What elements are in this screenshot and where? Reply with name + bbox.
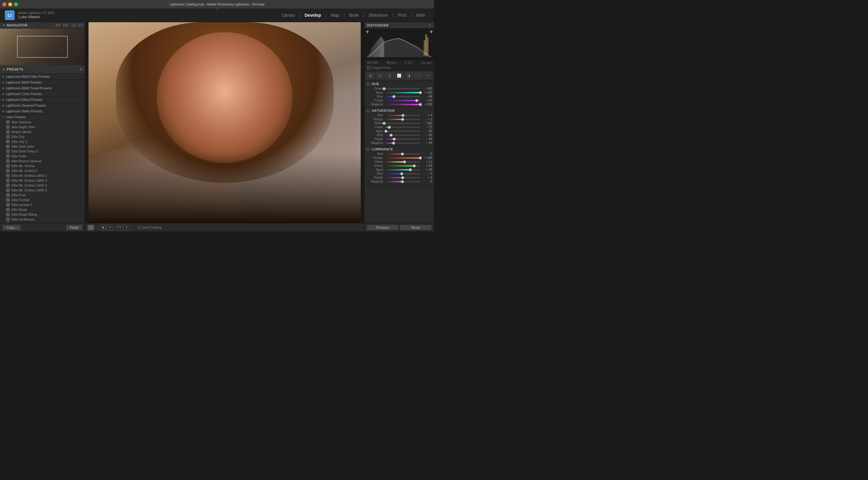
sat-magenta-track[interactable] bbox=[384, 142, 420, 144]
list-item[interactable]: ellie flowers closeup bbox=[0, 159, 85, 164]
crop-overlay-icon[interactable]: ▣ bbox=[99, 225, 106, 230]
list-item[interactable]: Ellie sunflowers bbox=[0, 217, 85, 222]
lum-red-track[interactable] bbox=[384, 153, 420, 155]
list-item[interactable]: Alan Night Time bbox=[0, 125, 85, 129]
zoom-13[interactable]: 1:3 bbox=[78, 24, 83, 27]
grid-tool-icon[interactable]: ⊞ bbox=[366, 72, 375, 79]
list-item[interactable]: Ellie Mt. Gretna bbox=[0, 164, 85, 168]
list-item[interactable]: Ellie Mt. Gretna LAKE 4 bbox=[0, 183, 85, 188]
redeye-icon[interactable]: ⬜ bbox=[395, 72, 403, 79]
preset-group-bwfilter-header[interactable]: ▶ Lightroom B&W Filter Presets bbox=[0, 74, 85, 79]
previous-button[interactable]: Previous bbox=[367, 225, 399, 230]
list-item[interactable]: Ellie Road bbox=[0, 207, 85, 212]
zoom-fill[interactable]: FILL bbox=[63, 24, 69, 27]
sat-blue-track[interactable] bbox=[384, 135, 420, 136]
presets-add-button[interactable]: + bbox=[80, 67, 83, 72]
list-item[interactable]: Ellie Mt. Gretna 2 bbox=[0, 168, 85, 173]
sat-blue-row: Blue − 62 bbox=[364, 133, 434, 137]
hue-purple-track[interactable] bbox=[384, 100, 420, 101]
window-controls[interactable] bbox=[2, 2, 18, 6]
radial-filter-icon[interactable]: ○ bbox=[414, 72, 423, 79]
list-item[interactable]: Ellie Field bbox=[0, 154, 85, 159]
sat-yellow-track[interactable] bbox=[384, 123, 420, 124]
sat-red-track[interactable] bbox=[384, 115, 420, 116]
preset-icon bbox=[6, 217, 10, 221]
histogram-dropdown-icon[interactable]: ▼ bbox=[429, 24, 432, 27]
zoom-fit[interactable]: FIT bbox=[56, 24, 61, 27]
saturation-group-header[interactable]: ● Saturation bbox=[364, 108, 434, 113]
soft-proofing-toggle[interactable]: Soft Proofing bbox=[137, 226, 162, 229]
module-nav: Library | Develop | Map | Book | Slidesh… bbox=[277, 11, 429, 20]
lum-purple-track[interactable] bbox=[384, 177, 420, 178]
close-button[interactable] bbox=[2, 2, 6, 6]
lum-orange-track[interactable] bbox=[384, 158, 420, 159]
module-develop[interactable]: Develop bbox=[300, 11, 325, 20]
sat-aqua-track[interactable] bbox=[384, 131, 420, 132]
hue-blue-track[interactable] bbox=[384, 96, 420, 97]
titlebar: Lightroom Catalog.lrcat - Adobe Photosho… bbox=[0, 0, 434, 8]
lum-green-track[interactable] bbox=[384, 165, 420, 167]
list-item[interactable]: Ellie portrait 2 bbox=[0, 202, 85, 207]
paste-button[interactable]: Paste bbox=[66, 225, 83, 230]
original-photo-checkbox[interactable] bbox=[367, 66, 370, 70]
luminance-toggle-dot[interactable]: ● bbox=[366, 147, 370, 151]
list-item[interactable]: Ellie Pool bbox=[0, 193, 85, 198]
spot-removal-icon[interactable]: ◎ bbox=[385, 72, 394, 79]
hue-aqua-track[interactable] bbox=[384, 92, 420, 93]
hue-magenta-track[interactable] bbox=[384, 104, 420, 105]
proof-arrow-icon[interactable]: ▼ bbox=[123, 225, 130, 230]
module-book[interactable]: Book bbox=[345, 11, 363, 20]
reset-button[interactable]: Reset bbox=[400, 225, 432, 230]
preset-group-bwtoned-header[interactable]: ▶ Lightroom B&W Toned Presets bbox=[0, 85, 85, 91]
preset-group-color-header[interactable]: ▶ Lightroom Color Presets bbox=[0, 91, 85, 97]
list-item[interactable]: Ellie City 2 bbox=[0, 139, 85, 144]
list-item[interactable]: Beach bikinis bbox=[0, 129, 85, 134]
list-item[interactable]: Ellie Mt. Gretna LAKE 3 bbox=[0, 178, 85, 183]
list-item[interactable]: Ellie Mt. Gretna LAKE 2 bbox=[0, 173, 85, 178]
preset-item-name: Ellie Pool bbox=[11, 193, 26, 197]
preset-item-name: ellie flowers closeup bbox=[11, 159, 41, 163]
preset-group-user-header[interactable]: ▼ User Presets bbox=[0, 114, 85, 120]
navigator-header[interactable]: ▼ Navigator FIT FILL 1:1 1:3 bbox=[0, 22, 85, 29]
hue-group-header[interactable]: ● Hue bbox=[364, 81, 434, 87]
preset-group-general-header[interactable]: ▶ Lightroom General Presets bbox=[0, 103, 85, 108]
list-item[interactable]: Ellie Road Sitting bbox=[0, 212, 85, 217]
sat-yellow-value: −100 bbox=[422, 122, 432, 125]
sat-green-track[interactable] bbox=[384, 127, 420, 128]
preset-group-video-header[interactable]: ▶ Lightroom Video Presets bbox=[0, 108, 85, 114]
view-normal-icon[interactable]: ☐ bbox=[88, 225, 94, 230]
preset-group-bw-header[interactable]: ▶ Lightroom B&W Presets bbox=[0, 79, 85, 85]
sat-orange-track[interactable] bbox=[384, 119, 420, 120]
preset-group-effect-header[interactable]: ▶ Lightroom Effect Presets bbox=[0, 97, 85, 102]
lum-magenta-track[interactable] bbox=[384, 181, 420, 182]
maximize-button[interactable] bbox=[14, 2, 18, 6]
list-item[interactable]: Alan Daytime bbox=[0, 120, 85, 125]
sat-purple-track[interactable] bbox=[384, 139, 420, 140]
lum-yellow-track[interactable] bbox=[384, 161, 420, 163]
module-slideshow[interactable]: Slideshow bbox=[364, 11, 392, 20]
list-item[interactable]: Ellie Portrait bbox=[0, 198, 85, 202]
graduated-filter-icon[interactable]: ◑ bbox=[404, 72, 413, 79]
adjustment-brush-icon[interactable]: — bbox=[424, 72, 432, 79]
list-item[interactable]: Ellie Dark Trees 2 bbox=[0, 149, 85, 154]
hue-toggle-dot[interactable]: ● bbox=[366, 82, 370, 86]
list-item[interactable]: Ellie Dark trees bbox=[0, 144, 85, 149]
crop-ratio-icon[interactable]: ▼ bbox=[107, 225, 114, 230]
luminance-group-header[interactable]: ● Luminance bbox=[364, 146, 434, 152]
crop-tool-icon[interactable]: ⊡ bbox=[376, 72, 384, 79]
list-item[interactable]: Ellie Mt. Gretna LAKE 5 bbox=[0, 188, 85, 193]
proof-icon[interactable]: YY bbox=[116, 225, 123, 230]
list-item[interactable]: Ellie City bbox=[0, 134, 85, 139]
module-web[interactable]: Web bbox=[412, 11, 429, 20]
module-map[interactable]: Map bbox=[327, 11, 343, 20]
module-library[interactable]: Library bbox=[277, 11, 299, 20]
hue-green-track[interactable] bbox=[384, 88, 420, 89]
copy-button[interactable]: Copy... bbox=[2, 225, 21, 230]
lum-blue-track[interactable] bbox=[384, 173, 420, 174]
module-print[interactable]: Print bbox=[394, 11, 411, 20]
minimize-button[interactable] bbox=[8, 2, 12, 6]
lum-aqua-track[interactable] bbox=[384, 169, 420, 170]
soft-proofing-checkbox[interactable] bbox=[137, 226, 141, 229]
zoom-11[interactable]: 1:1 bbox=[71, 24, 76, 27]
saturation-toggle-dot[interactable]: ● bbox=[366, 109, 370, 112]
